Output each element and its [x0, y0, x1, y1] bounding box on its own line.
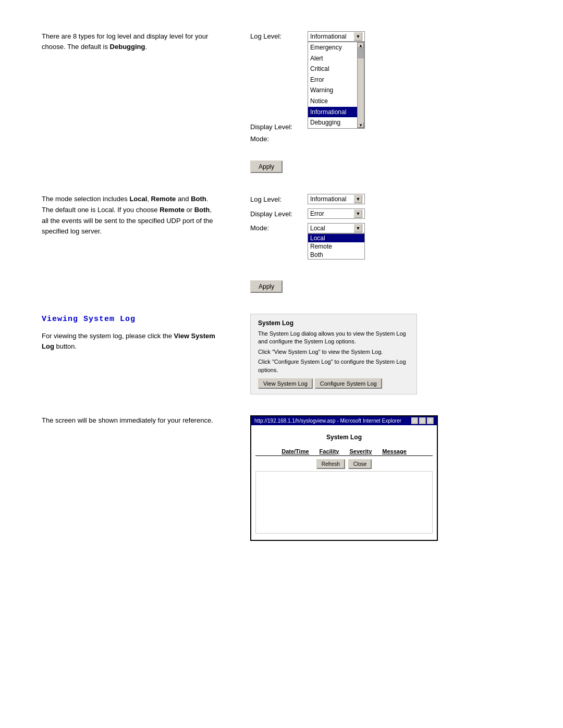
s2-bold4: Remote [160, 206, 185, 214]
s2-log-level-select[interactable]: Informational ▼ [308, 194, 365, 204]
s2-display-level-arrow[interactable]: ▼ [354, 209, 362, 218]
log-level-select-box[interactable]: Informational ▼ [308, 31, 365, 42]
log-level-row: Log Level: Informational ▼ Emergency Ale… [250, 31, 521, 42]
th-facility: Facility [320, 448, 339, 454]
list-item-error[interactable]: Error [308, 75, 357, 85]
dropdown-arrow-icon[interactable]: ▼ [354, 32, 362, 41]
section2-controls: Log Level: Informational ▼ Display Level… [250, 194, 521, 293]
s2-mode-row: Mode: Local ▼ Local Remote Both [250, 223, 521, 233]
syslog-desc1: The System Log dialog allows you to view… [258, 330, 409, 346]
section3-text: Viewing System Log For viewing the syste… [42, 314, 219, 352]
list-item-emergency[interactable]: Emergency [308, 42, 357, 53]
section-2: The mode selection includes Local, Remot… [42, 194, 521, 293]
syslog-log-area [255, 471, 433, 534]
spacer1 [250, 45, 521, 60]
section-3-viewing: Viewing System Log For viewing the syste… [42, 314, 521, 394]
section4-desc: The screen will be shown immediately for… [42, 415, 219, 426]
s2-bold1: Local [129, 195, 147, 203]
apply-button-2[interactable]: Apply [250, 280, 283, 293]
s2-log-level-value: Informational [310, 195, 354, 203]
apply-area-1: Apply [250, 155, 521, 173]
s2-display-level-row: Display Level: Error ▼ [250, 208, 521, 219]
viewing-desc-start: For viewing the system log, please click… [42, 332, 174, 340]
refresh-button[interactable]: Refresh [316, 459, 345, 469]
mode-item-remote[interactable]: Remote [308, 242, 364, 251]
section3-controls: System Log The System Log dialog allows … [250, 314, 417, 394]
log-level-label: Log Level: [250, 32, 308, 40]
s2-mode-arrow[interactable]: ▼ [354, 224, 362, 232]
s2-mode-select[interactable]: Local ▼ [308, 223, 365, 233]
browser-titlebar-buttons: ─ □ × [411, 417, 434, 424]
system-log-panel: System Log The System Log dialog allows … [250, 314, 417, 394]
display-level-row: Display Level: [250, 123, 521, 131]
display-level-label: Display Level: [250, 123, 308, 131]
browser-content-title: System Log [255, 429, 433, 445]
browser-content: System Log Date/Time Facility Severity M… [251, 425, 437, 540]
s2-bold2: Remote [151, 195, 176, 203]
section1-text: There are 8 types for log level and disp… [42, 31, 219, 52]
syslog-panel-title: System Log [258, 319, 409, 327]
section4-text: The screen will be shown immediately for… [42, 415, 219, 426]
s2-mode-value: Local [310, 225, 354, 232]
syslog-table-headers: Date/Time Facility Severity Message [255, 448, 433, 456]
apply-area-2: Apply [250, 275, 521, 293]
syslog-action-buttons: Refresh Close [255, 459, 433, 469]
list-item-warning[interactable]: Warning [308, 85, 357, 96]
browser-window: http://192.168.1.1/h/syslogview.asp - Mi… [250, 415, 438, 541]
th-severity: Severity [349, 448, 372, 454]
section4-controls: http://192.168.1.1/h/syslogview.asp - Mi… [250, 415, 521, 541]
section2-text: The mode selection includes Local, Remot… [42, 194, 219, 237]
mode-row-1: Mode: [250, 135, 521, 143]
browser-titlebar: http://192.168.1.1/h/syslogview.asp - Mi… [251, 416, 437, 425]
log-level-dropdown-list[interactable]: Emergency Alert Critical Error Warning N… [308, 42, 365, 129]
log-level-open-list-container: Informational ▼ Emergency Alert Critical… [308, 31, 365, 42]
list-item-critical[interactable]: Critical [308, 64, 357, 75]
s2-bold5: Both [194, 206, 210, 214]
th-datetime: Date/Time [282, 448, 309, 454]
s2-bold3: Both [191, 195, 206, 203]
view-system-log-button[interactable]: View System Log [258, 378, 313, 389]
viewing-title: Viewing System Log [42, 314, 219, 326]
section1-controls: Log Level: Informational ▼ Emergency Ale… [250, 31, 521, 173]
s2-desc-start: The mode selection includes [42, 195, 129, 203]
mode-item-both[interactable]: Both [308, 251, 364, 259]
s2-mode-container: Local ▼ Local Remote Both [308, 223, 365, 233]
apply-button-1[interactable]: Apply [250, 161, 283, 173]
s2-log-level-arrow[interactable]: ▼ [354, 195, 362, 203]
s2-mid3: or [185, 206, 194, 214]
s2-log-level-label: Log Level: [250, 195, 308, 203]
s2-display-level-select[interactable]: Error ▼ [308, 208, 365, 219]
s2-mid1: , [147, 195, 151, 203]
list-item-alert[interactable]: Alert [308, 53, 357, 64]
close-dialog-button[interactable]: Close [348, 459, 372, 469]
mode-item-local[interactable]: Local [308, 234, 364, 242]
list-item-debugging[interactable]: Debugging [308, 117, 357, 128]
s2-display-level-value: Error [310, 210, 354, 217]
mode-label-1: Mode: [250, 135, 308, 143]
syslog-desc3: Click "Configure System Log" to configur… [258, 358, 409, 374]
s2-mid2: and [176, 195, 191, 203]
close-button[interactable]: × [427, 417, 434, 424]
s2-mode-open-list[interactable]: Local Remote Both [308, 233, 365, 260]
list-item-notice[interactable]: Notice [308, 96, 357, 107]
list-item-informational[interactable]: Informational [308, 107, 357, 118]
s2-log-level-row: Log Level: Informational ▼ [250, 194, 521, 204]
log-level-selected-text: Informational [310, 33, 354, 40]
dropdown-scrollbar[interactable]: ▲ ▼ [357, 42, 364, 128]
section-1: There are 8 types for log level and disp… [42, 31, 521, 173]
configure-system-log-button[interactable]: Configure System Log [315, 378, 382, 389]
syslog-desc2: Click "View System Log" to view the Syst… [258, 348, 409, 356]
section-4-browser: The screen will be shown immediately for… [42, 415, 521, 541]
section1-bold: Debugging [110, 43, 145, 51]
viewing-desc-end: button. [54, 342, 77, 350]
minimize-button[interactable]: ─ [411, 417, 418, 424]
s2-mode-label: Mode: [250, 224, 308, 232]
th-message: Message [382, 448, 406, 454]
scrollbar-thumb [358, 48, 364, 58]
s2-display-level-label: Display Level: [250, 210, 308, 218]
browser-window-title: http://192.168.1.1/h/syslogview.asp - Mi… [254, 418, 401, 424]
maximize-button[interactable]: □ [419, 417, 426, 424]
syslog-buttons: View System Log Configure System Log [258, 378, 409, 389]
